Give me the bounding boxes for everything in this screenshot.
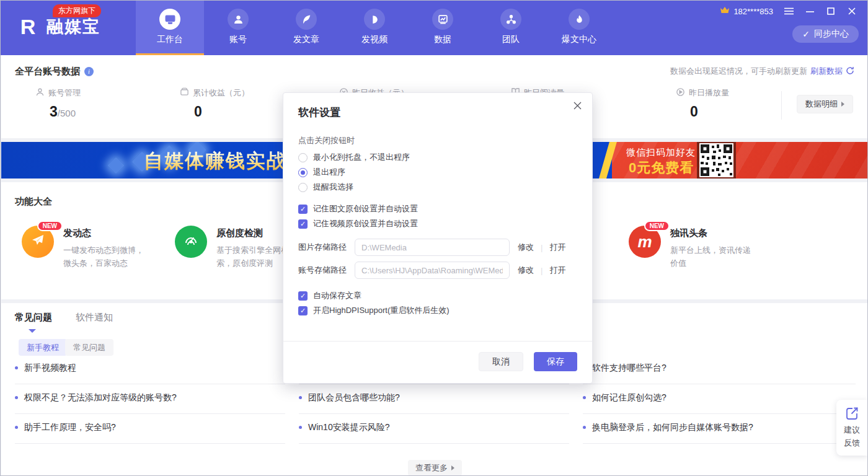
nav-item-publish-video[interactable]: 发视频 xyxy=(340,1,409,53)
minimize-icon[interactable] xyxy=(804,6,815,17)
feature-card-post-dynamic[interactable]: NEW 发动态 一键发布动态到微博，微头条，百家动态 xyxy=(22,226,144,270)
open-link[interactable]: 打开 xyxy=(549,242,565,253)
data-detail-button[interactable]: 数据明细 xyxy=(797,95,853,113)
stat-account-management: 账号管理 3/500 xyxy=(35,87,81,120)
close-behavior-label: 点击关闭按钮时 xyxy=(298,135,355,146)
bullet-icon xyxy=(299,396,302,399)
sync-center-button[interactable]: ✓ 同步中心 xyxy=(792,25,859,43)
radio-minimize-to-tray[interactable]: 最小化到托盘，不退出程序 xyxy=(298,152,410,163)
brand-name: 融媒宝 xyxy=(46,15,100,38)
modify-link[interactable]: 修改 xyxy=(518,265,534,276)
user-icon xyxy=(35,87,45,99)
modify-link[interactable]: 修改 xyxy=(518,242,534,253)
bullet-icon xyxy=(299,426,302,429)
radio-selected-icon xyxy=(298,168,308,177)
divider xyxy=(781,91,782,120)
publish-video-icon xyxy=(364,9,385,30)
logo: R xyxy=(14,13,42,40)
gauge-icon xyxy=(183,232,199,251)
checkbox-checked-icon: ✓ xyxy=(298,205,308,214)
faq-item[interactable]: 如何记住原创勾选? xyxy=(583,392,856,403)
nav-label: 工作台 xyxy=(157,34,183,45)
bullet-icon xyxy=(583,426,586,429)
pill-common-questions[interactable]: 常见问题 xyxy=(65,339,113,356)
info-icon[interactable]: i xyxy=(84,67,94,76)
nav-label: 团队 xyxy=(502,34,520,45)
faq-item[interactable]: 权限不足？无法添加对应等级的账号数? xyxy=(15,392,285,403)
play-circle-icon xyxy=(676,87,685,99)
faq-item[interactable]: Win10安装提示风险? xyxy=(299,422,569,433)
features-title: 功能大全 xyxy=(15,196,52,208)
checkbox-highdpi-support[interactable]: ✓开启HighDPISupport(重启软件后生效) xyxy=(298,305,450,316)
close-icon[interactable] xyxy=(846,6,857,17)
checkbox-remember-article-original[interactable]: ✓记住图文原创设置并自动设置 xyxy=(298,203,418,214)
publish-article-icon xyxy=(296,9,317,30)
faq-item[interactable]: 换电脑登录后，如何同步自媒体账号数据? xyxy=(583,422,856,433)
checkbox-remember-video-original[interactable]: ✓记住视频原创设置并自动设置 xyxy=(298,218,418,229)
hamburger-icon[interactable] xyxy=(783,6,794,17)
image-storage-path-row: 图片存储路径 修改 | 打开 xyxy=(298,239,565,256)
bullet-icon xyxy=(583,396,586,399)
save-button[interactable]: 保存 xyxy=(534,352,577,371)
hot-article-icon xyxy=(569,9,590,30)
refresh-data-link[interactable]: 刷新数据 xyxy=(810,66,843,77)
nav-label: 数据 xyxy=(434,34,451,45)
tab-faq[interactable]: 常见问题 xyxy=(15,312,52,324)
radio-exit-program[interactable]: 退出程序 xyxy=(298,167,345,178)
feedback-float-button[interactable]: 建议 反馈 xyxy=(836,400,867,456)
faq-item[interactable]: 团队会员包含哪些功能? xyxy=(299,392,569,403)
app-window: R 融媒宝 东方网旗下 工作台 账号 发文章 发视频 数据 xyxy=(0,0,868,476)
divider xyxy=(15,413,285,414)
check-icon: ✓ xyxy=(802,29,810,39)
chevron-right-icon xyxy=(841,102,844,107)
stat-total-income: 累计收益（元） 0 xyxy=(180,87,249,120)
nav-label: 账号 xyxy=(229,34,247,45)
divider xyxy=(299,443,569,444)
qr-code xyxy=(697,142,736,178)
stat-yesterday-plays: 昨日播放量 0 xyxy=(676,87,729,120)
nav-label: 发视频 xyxy=(361,34,388,45)
faq-item[interactable]: 软件支持哪些平台? xyxy=(583,363,856,374)
view-more-button[interactable]: 查看更多 xyxy=(408,460,462,476)
nav-item-account[interactable]: 账号 xyxy=(204,1,272,53)
pill-beginner-tutorial[interactable]: 新手教程 xyxy=(19,339,67,356)
bullet-icon xyxy=(15,366,18,369)
nav-item-workbench[interactable]: 工作台 xyxy=(136,1,204,55)
main-nav: 工作台 账号 发文章 发视频 数据 团队 xyxy=(136,1,613,55)
divider xyxy=(283,341,592,342)
faq-item[interactable]: 新手视频教程 xyxy=(15,363,285,374)
maximize-icon[interactable] xyxy=(825,6,836,17)
modal-title: 软件设置 xyxy=(298,105,340,120)
feature-card-originality-check[interactable]: 原创度检测 基于搜索引擎全网检索，原创度评测 xyxy=(175,226,289,270)
cancel-button[interactable]: 取消 xyxy=(479,352,523,371)
account-storage-path-row: 账号存储路径 修改 | 打开 xyxy=(298,262,565,279)
nav-item-hot-article[interactable]: 爆文中心 xyxy=(545,1,613,53)
paper-plane-icon xyxy=(30,233,45,250)
feature-card-duxun-toutiao[interactable]: m NEW 独讯头条 新平台上线，资讯传递价值 xyxy=(629,226,751,270)
crown-icon xyxy=(720,6,730,16)
vip-phone[interactable]: 182****853 xyxy=(720,6,773,16)
wechat-text: 微信扫码加好友 xyxy=(626,147,696,159)
nav-item-data[interactable]: 数据 xyxy=(409,1,477,53)
account-icon xyxy=(228,9,249,30)
divider: | xyxy=(541,266,542,275)
faq-item[interactable]: 助手工作原理，安全吗? xyxy=(15,422,285,433)
tab-software-notice[interactable]: 软件通知 xyxy=(76,312,113,324)
titlebar-controls: 182****853 xyxy=(720,6,857,17)
nav-item-publish-article[interactable]: 发文章 xyxy=(272,1,340,53)
refresh-icon[interactable] xyxy=(846,66,854,77)
divider xyxy=(15,443,285,444)
radio-ask-me[interactable]: 提醒我选择 xyxy=(298,182,353,193)
account-storage-path-input[interactable] xyxy=(355,262,510,279)
open-link[interactable]: 打开 xyxy=(549,265,565,276)
close-icon[interactable] xyxy=(571,99,583,112)
checkbox-checked-icon: ✓ xyxy=(298,219,308,229)
nav-item-team[interactable]: 团队 xyxy=(477,1,545,53)
new-badge: NEW xyxy=(644,221,670,231)
radio-icon xyxy=(298,153,308,162)
divider xyxy=(15,384,285,384)
image-storage-path-input[interactable] xyxy=(355,239,510,256)
nav-label: 发文章 xyxy=(293,34,319,45)
checkbox-auto-save-article[interactable]: ✓自动保存文章 xyxy=(298,290,361,301)
software-settings-modal: 软件设置 点击关闭按钮时 最小化到托盘，不退出程序 退出程序 提醒我选择 ✓记住… xyxy=(283,92,593,384)
